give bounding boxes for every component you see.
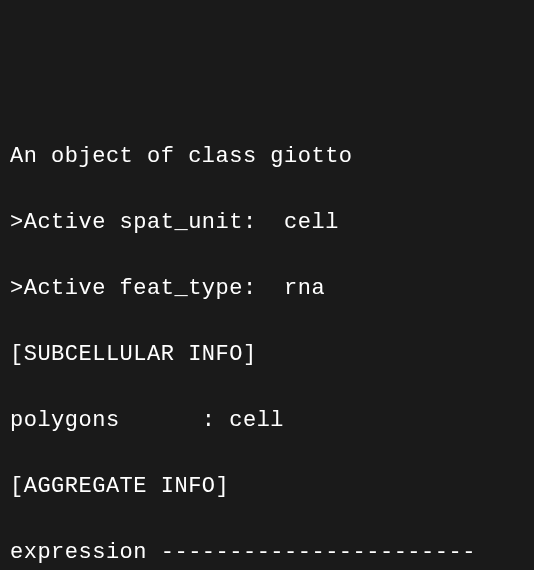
console-line-polygons: polygons : cell <box>10 404 524 437</box>
console-line-expression-header: expression ----------------------- <box>10 536 524 569</box>
console-line-active-spat-unit: >Active spat_unit: cell <box>10 206 524 239</box>
console-line-active-feat-type: >Active feat_type: rna <box>10 272 524 305</box>
console-line-object-class: An object of class giotto <box>10 140 524 173</box>
console-line-subcellular-header: [SUBCELLULAR INFO] <box>10 338 524 371</box>
console-line-aggregate-header: [AGGREGATE INFO] <box>10 470 524 503</box>
